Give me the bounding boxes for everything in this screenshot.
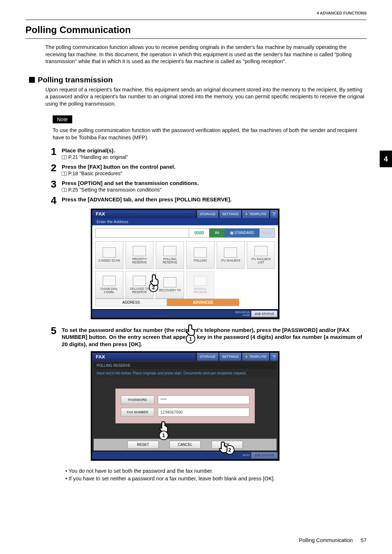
step-number: 4 — [51, 196, 62, 206]
chain-dial-button[interactable]: CHAIN DIAL COMM. — [95, 271, 123, 299]
fax-number-value: 1234567890 — [158, 408, 249, 416]
line-indicator: L1 L2 — [260, 229, 275, 237]
callout-1: 1 — [159, 431, 168, 440]
address-field[interactable] — [95, 229, 189, 237]
step-title: Place the original(s). — [62, 147, 367, 153]
note-text: To use the polling communication functio… — [53, 127, 367, 141]
template-label: TEMPLATE — [249, 212, 266, 216]
storage-label: STORAGE — [200, 355, 216, 358]
divider — [25, 20, 367, 20]
help-button[interactable]: ? — [270, 353, 278, 361]
cell-label: MANUAL RECEIVE — [187, 287, 213, 294]
address-row: 0000 A4 ▦STANDARD L1 L2 — [95, 228, 275, 238]
fax-number-button[interactable]: FAX NUMBER — [121, 408, 154, 416]
fax-window-title: FAX — [92, 353, 118, 361]
help-button[interactable]: ? — [270, 210, 278, 218]
manual-receive-icon — [194, 276, 207, 286]
cell-label: ITU MAILBOX LIST — [248, 258, 274, 264]
step-title: To set the password and/or fax number (t… — [62, 327, 367, 348]
section-subtitle: Polling transmission — [29, 75, 367, 84]
page-title: Polling Communication — [25, 24, 367, 36]
itu-mailbox-button[interactable]: ITU MAILBOX — [217, 241, 245, 269]
footer-label: Polling Communication — [299, 537, 353, 543]
resolution-button[interactable]: ▦STANDARD — [225, 229, 260, 237]
star-icon: ★ — [245, 212, 248, 216]
square-bullet-icon — [29, 77, 35, 83]
template-label: TEMPLATE — [249, 355, 266, 358]
two-sided-scan-button[interactable]: 2-SIDED SCAN — [95, 241, 123, 269]
step-ref-text: P.21 "Handling an original" — [68, 154, 128, 160]
password-button[interactable]: PASSWORD — [121, 395, 154, 404]
pointer-hand-icon — [150, 274, 160, 286]
hint-text: Input req'd info below. Place originals … — [94, 369, 277, 378]
page-counter: 0000 — [189, 229, 209, 237]
step-5: 5 To set the password and/or fax number … — [51, 326, 367, 349]
resolution-label: STANDARD — [234, 231, 254, 235]
itu-mailbox-list-button[interactable]: ITU MAILBOX LIST — [247, 241, 275, 269]
priority-icon — [133, 246, 146, 256]
bullet-list: You do not have to set both the password… — [65, 467, 367, 483]
step-title: Press [OPTION] and set the transmission … — [62, 180, 367, 186]
divider — [25, 38, 367, 39]
paper-size-button[interactable]: A4 — [209, 229, 225, 237]
template-button[interactable]: ★TEMPLATE — [242, 210, 269, 218]
bullet-item: You do not have to set both the password… — [65, 467, 367, 475]
advanced-tab[interactable]: ADVANCED — [167, 299, 239, 306]
cell-label: 2-SIDED SCAN — [98, 259, 120, 262]
polling-reserve-subtitle: POLLING RESERVE — [94, 362, 277, 369]
bullet-item: If you have to set neither a password no… — [65, 475, 367, 483]
manual-receive-button: MANUAL RECEIVE — [186, 271, 215, 299]
cancel-button[interactable]: CANCEL — [170, 441, 201, 449]
cell-label: POLLING RESERVE — [157, 258, 183, 264]
page-footer: Polling Communication 57 — [299, 537, 367, 543]
delayed-tx-icon — [133, 276, 146, 286]
fax-datetime: 14:27 — [242, 454, 250, 457]
settings-button[interactable]: SETTINGS — [219, 210, 241, 218]
book-icon — [62, 172, 67, 176]
form-area: PASSWORD **** FAX NUMBER 1234567890 — [115, 389, 255, 423]
step-number: 1 — [51, 147, 62, 157]
header-chapter: 4 ADVANCED FUNCTIONS — [25, 11, 367, 15]
job-status-button[interactable]: JOB STATUS — [251, 311, 277, 317]
step-reference: P.21 "Handling an original" — [62, 154, 367, 160]
storage-button[interactable]: STORAGE — [197, 210, 219, 218]
recovery-icon — [163, 277, 176, 287]
priority-reserve-button[interactable]: PRIORITY RESERVE — [126, 241, 154, 269]
password-value: **** — [158, 395, 249, 404]
settings-button[interactable]: SETTINGS — [219, 353, 241, 361]
address-tab[interactable]: ADDRESS — [95, 299, 167, 306]
cell-label: POLLING — [193, 259, 207, 262]
page-number: 57 — [361, 537, 367, 543]
cell-label: ITU MAILBOX — [221, 259, 241, 262]
fax-datetime: 2011/05/18 14:29 — [235, 311, 250, 317]
fax-screenshot-polling-reserve: FAX STORAGE SETTINGS ★TEMPLATE ? POLLING… — [91, 351, 279, 461]
settings-label: SETTINGS — [222, 355, 238, 358]
fax-window-title: FAX — [92, 210, 118, 218]
settings-label: SETTINGS — [222, 212, 238, 216]
reset-button[interactable]: RESET — [127, 441, 159, 449]
cell-label: PRIORITY RESERVE — [127, 258, 153, 264]
book-icon — [62, 155, 67, 159]
polling-button[interactable]: POLLING — [186, 241, 215, 269]
pointer-hand-icon — [219, 441, 229, 454]
template-button[interactable]: ★TEMPLATE — [242, 353, 269, 361]
intro-paragraph: The polling communication function allow… — [45, 44, 367, 65]
polling-reserve-icon — [163, 246, 176, 256]
step-2: 2 Press the [FAX] button on the control … — [51, 163, 367, 176]
book-icon — [62, 188, 67, 192]
subsection-paragraph: Upon request of a recipient's fax machin… — [45, 86, 367, 108]
job-status-button[interactable]: JOB STATUS — [251, 452, 277, 459]
polling-icon — [194, 247, 207, 258]
step-title: Press the [FAX] button on the control pa… — [62, 164, 367, 170]
pointer-hand-icon — [186, 324, 197, 336]
polling-reserve-button[interactable]: POLLING RESERVE — [156, 241, 184, 269]
itu-list-icon — [254, 246, 268, 256]
step-reference: P.18 "Basic procedures" — [62, 171, 367, 176]
chain-dial-icon — [103, 276, 116, 286]
storage-button[interactable]: STORAGE — [197, 353, 219, 361]
itu-mailbox-icon — [224, 247, 237, 258]
step-3: 3 Press [OPTION] and set the transmissio… — [51, 179, 367, 193]
step-4: 4 Press the [ADVANCED] tab, and then pre… — [51, 196, 367, 206]
step-list: 1 Place the original(s). P.21 "Handling … — [51, 147, 367, 461]
step-number: 2 — [51, 163, 62, 173]
